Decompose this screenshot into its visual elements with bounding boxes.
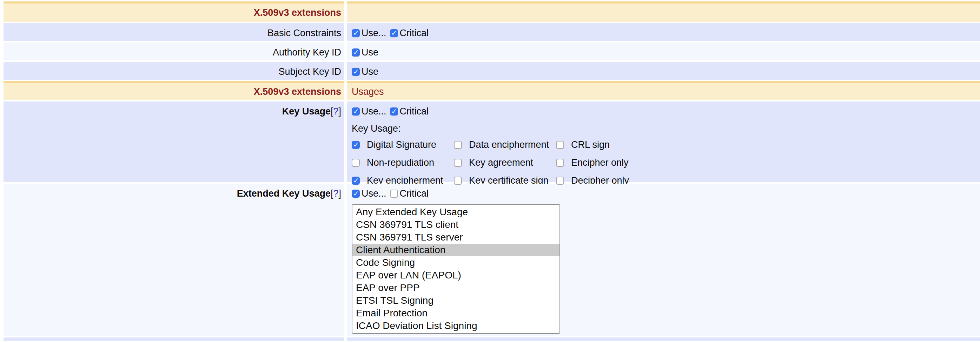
use-label: Use (361, 66, 379, 77)
key-usage-option: Data encipherment (454, 139, 556, 150)
next-row-label-cell (3, 337, 344, 341)
column-gap (344, 81, 347, 100)
extended-key-usage-help-link[interactable]: ? (333, 188, 338, 199)
use-label: Use... (361, 106, 387, 117)
key-usage-label-cell: Key Usage[?] (3, 102, 344, 182)
use-critical-line: Use... Critical (352, 188, 980, 199)
column-gap (344, 337, 347, 341)
row-basic-constraints: Basic Constraints Use... Critical (0, 23, 980, 41)
use-critical-line: Use... Critical (352, 28, 980, 39)
key-usage-critical-checkbox[interactable] (390, 107, 398, 116)
section-header-value-cell: Usages (347, 81, 980, 100)
use-line: Use (352, 66, 980, 77)
key-usage-label-text: Key Usage (282, 106, 331, 116)
digital-signature-checkbox[interactable] (352, 141, 360, 149)
use-label: Use... (361, 28, 387, 39)
section-title: X.509v3 extensions (254, 86, 341, 97)
subject-key-id-label: Subject Key ID (278, 66, 341, 77)
section-header-value-cell (347, 2, 980, 22)
next-row-content-cell (347, 337, 980, 341)
row-key-usage: Key Usage[?] Use... Critical Key Usage: … (0, 102, 980, 182)
non-repudiation-checkbox[interactable] (352, 159, 360, 167)
use-label: Use... (361, 188, 387, 199)
key-usage-option: Encipher only (556, 157, 980, 168)
column-gap (344, 23, 347, 41)
digital-signature-label: Digital Signature (367, 139, 436, 150)
authority-key-id-controls: Use (347, 43, 980, 60)
select-option-email-protection[interactable]: Email Protection (352, 307, 560, 320)
encipher-only-label: Encipher only (571, 157, 628, 168)
select-option-eap-over-ppp[interactable]: EAP over PPP (352, 282, 560, 294)
basic-constraints-critical-checkbox[interactable] (390, 29, 398, 37)
key-usage-option: CRL sign (556, 139, 980, 150)
authority-key-id-label: Authority Key ID (273, 47, 341, 58)
bracket-close: ] (338, 188, 341, 199)
key-usage-caption: Key Usage: (352, 123, 980, 134)
basic-constraints-controls: Use... Critical (347, 23, 980, 41)
critical-label: Critical (400, 28, 429, 39)
critical-label: Critical (400, 106, 429, 117)
select-option-any-extended-key-usage[interactable]: Any Extended Key Usage (352, 206, 560, 218)
data-encipherment-checkbox[interactable] (454, 141, 462, 149)
key-agreement-label: Key agreement (469, 157, 533, 168)
select-option-client-authentication[interactable]: Client Authentication (352, 244, 560, 256)
subject-key-id-label-cell: Subject Key ID (3, 62, 344, 80)
section-header-cell: X.509v3 extensions (3, 81, 344, 100)
use-line: Use (352, 47, 980, 58)
key-usage-controls: Use... Critical Key Usage: Digital Signa… (347, 102, 980, 182)
select-option-csn-369791-tls-server[interactable]: CSN 369791 TLS server (352, 231, 560, 244)
section-header-extensions: X.509v3 extensions (0, 2, 980, 22)
section-header-cell: X.509v3 extensions (3, 2, 344, 22)
column-gap (344, 184, 347, 336)
key-agreement-checkbox[interactable] (454, 159, 462, 167)
decipher-only-checkbox[interactable] (556, 177, 564, 185)
key-usage-help-link[interactable]: ? (333, 106, 338, 116)
non-repudiation-label: Non-repudiation (367, 157, 434, 168)
extended-key-usage-label-text: Extended Key Usage (237, 188, 331, 199)
extended-key-usage-label: Extended Key Usage[?] (237, 188, 341, 199)
key-usage-option: Key agreement (454, 157, 556, 168)
row-authority-key-id: Authority Key ID Use (0, 43, 980, 60)
subject-key-id-controls: Use (347, 62, 980, 80)
crl-sign-checkbox[interactable] (556, 141, 564, 149)
select-option-icao-deviation-list-signing[interactable]: ICAO Deviation List Signing (352, 320, 560, 332)
select-option-eap-over-lan[interactable]: EAP over LAN (EAPOL) (352, 269, 560, 282)
select-option-etsi-tsl-signing[interactable]: ETSI TSL Signing (352, 294, 560, 307)
data-encipherment-label: Data encipherment (469, 139, 549, 150)
key-usage-option: Digital Signature (352, 139, 454, 150)
section-title: X.509v3 extensions (254, 7, 341, 18)
select-option-csn-369791-tls-client[interactable]: CSN 369791 TLS client (352, 218, 560, 231)
column-gap (344, 2, 347, 22)
row-next-partial (0, 337, 980, 341)
extended-key-usage-controls: Use... Critical Any Extended Key Usage C… (347, 184, 980, 336)
authority-key-id-label-cell: Authority Key ID (3, 43, 344, 60)
column-gap (344, 62, 347, 80)
row-subject-key-id: Subject Key ID Use (0, 62, 980, 80)
extended-key-usage-label-cell: Extended Key Usage[?] (3, 184, 344, 336)
column-gap (344, 102, 347, 182)
basic-constraints-use-checkbox[interactable] (352, 29, 360, 37)
key-encipherment-checkbox[interactable] (352, 177, 360, 185)
section-header-usages: X.509v3 extensions Usages (0, 81, 980, 100)
section-subtitle: Usages (352, 86, 384, 97)
basic-constraints-label-cell: Basic Constraints (3, 23, 344, 41)
basic-constraints-label: Basic Constraints (267, 28, 341, 39)
authority-key-id-use-checkbox[interactable] (352, 48, 360, 57)
extended-key-usage-use-checkbox[interactable] (352, 189, 360, 198)
use-label: Use (361, 47, 379, 58)
extended-key-usage-select[interactable]: Any Extended Key Usage CSN 369791 TLS cl… (352, 204, 560, 334)
critical-label: Critical (400, 188, 429, 199)
row-extended-key-usage: Extended Key Usage[?] Use... Critical An… (0, 184, 980, 336)
select-option-code-signing[interactable]: Code Signing (352, 256, 560, 269)
use-critical-line: Use... Critical (352, 106, 980, 117)
key-usage-use-checkbox[interactable] (352, 107, 360, 116)
crl-sign-label: CRL sign (571, 139, 610, 150)
extended-key-usage-critical-checkbox[interactable] (390, 189, 398, 198)
column-gap (344, 43, 347, 60)
bracket-close: ] (338, 106, 341, 116)
encipher-only-checkbox[interactable] (556, 159, 564, 167)
subject-key-id-use-checkbox[interactable] (352, 68, 360, 76)
key-usage-label: Key Usage[?] (282, 106, 341, 117)
key-certificate-sign-checkbox[interactable] (454, 177, 462, 185)
certificate-profile-form: X.509v3 extensions Basic Constraints Use… (0, 0, 980, 341)
